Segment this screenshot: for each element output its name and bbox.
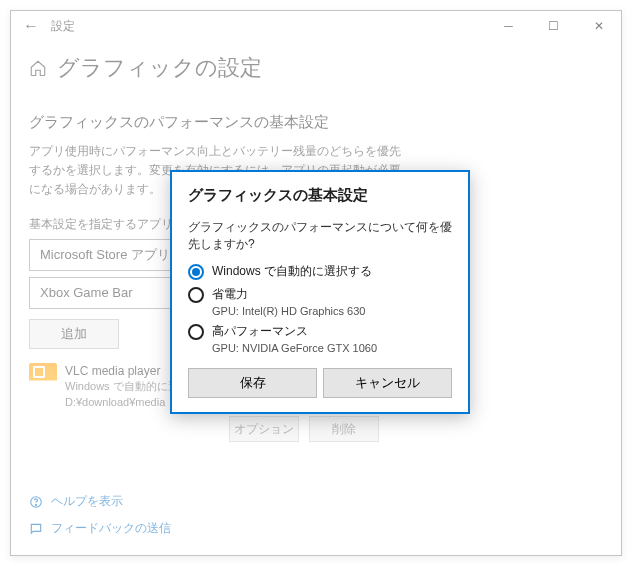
radio-option-perf[interactable]: 高パフォーマンス [188,323,452,340]
radio-icon [188,264,204,280]
radio-icon [188,287,204,303]
radio-icon [188,324,204,340]
dialog-title: グラフィックスの基本設定 [188,186,452,205]
save-button[interactable]: 保存 [188,368,317,398]
gpu-perf-label: GPU: NVIDIA GeForce GTX 1060 [212,342,452,354]
radio-option-power[interactable]: 省電力 [188,286,452,303]
cancel-button[interactable]: キャンセル [323,368,452,398]
graphics-preference-dialog: グラフィックスの基本設定 グラフィックスのパフォーマンスについて何を優先しますか… [170,170,470,414]
dialog-question: グラフィックスのパフォーマンスについて何を優先しますか? [188,219,452,253]
radio-option-auto[interactable]: Windows で自動的に選択する [188,263,452,280]
gpu-power-label: GPU: Intel(R) HD Graphics 630 [212,305,452,317]
dialog-buttons: 保存 キャンセル [188,368,452,398]
